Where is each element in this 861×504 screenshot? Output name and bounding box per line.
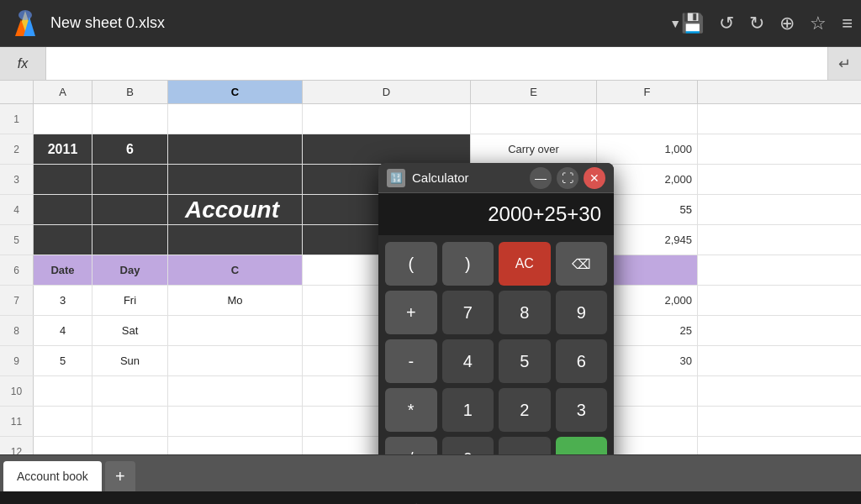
star-icon[interactable]: ☆ — [810, 13, 827, 34]
calc-key-backspace[interactable]: ⌫ — [556, 242, 608, 286]
cell-c4-account-title[interactable]: Account — [168, 195, 303, 224]
calculator-icon: 🔢 — [387, 169, 405, 187]
cell-c6[interactable]: C — [168, 255, 303, 285]
calc-key-decimal[interactable]: . — [499, 437, 551, 454]
col-header-a[interactable]: A — [34, 81, 92, 103]
cell-b7[interactable]: Fri — [92, 286, 168, 315]
home-icon[interactable]: △ — [48, 501, 62, 504]
cell-b5[interactable] — [92, 225, 168, 255]
col-header-c[interactable]: C — [168, 81, 303, 103]
calc-key-8[interactable]: 8 — [499, 291, 551, 334]
cell-b12[interactable] — [92, 437, 168, 454]
nav-back-home-recents: ◁ △ ▭ ⊞ — [17, 501, 129, 504]
col-header-b[interactable]: B — [92, 81, 168, 103]
cell-a9[interactable]: 5 — [34, 346, 92, 375]
cell-b10[interactable] — [92, 376, 168, 406]
calc-key-5[interactable]: 5 — [499, 339, 551, 383]
cell-d1[interactable] — [303, 104, 471, 134]
calculator-close-button[interactable]: ✕ — [584, 167, 605, 189]
calc-key-multiply[interactable]: * — [385, 388, 437, 432]
calc-key-plus[interactable]: + — [385, 291, 437, 334]
calculator-title: Calculator — [412, 171, 530, 185]
col-header-d[interactable]: D — [303, 81, 471, 103]
formula-enter-button[interactable]: ↵ — [827, 47, 861, 80]
cell-b6[interactable]: Day — [92, 255, 168, 285]
cell-a8[interactable]: 4 — [34, 316, 92, 345]
row-header-10: 10 — [0, 376, 34, 406]
cell-b1[interactable] — [92, 104, 168, 134]
back-icon[interactable]: ◁ — [17, 501, 31, 504]
cell-c10[interactable] — [168, 376, 303, 406]
calc-key-close-paren[interactable]: ) — [442, 242, 494, 286]
formula-input[interactable] — [46, 47, 827, 80]
top-bar-actions: 💾 ↺ ↻ ⊕ ☆ ≡ — [681, 13, 853, 34]
cell-a2[interactable]: 2011 — [34, 134, 92, 164]
calc-key-clear[interactable]: AC — [499, 242, 551, 286]
cell-e1[interactable] — [471, 104, 597, 134]
cell-c1[interactable] — [168, 104, 303, 134]
calc-key-7[interactable]: 7 — [442, 291, 494, 334]
cell-b4[interactable] — [92, 195, 168, 224]
app-title: New sheet 0.xlsx — [50, 14, 737, 32]
cell-b11[interactable] — [92, 407, 168, 436]
add-icon[interactable]: ⊕ — [779, 13, 795, 34]
formula-bar: fx ↵ — [0, 47, 861, 81]
cell-b9[interactable]: Sun — [92, 346, 168, 375]
cell-c8[interactable] — [168, 316, 303, 345]
cell-a11[interactable] — [34, 407, 92, 436]
add-tab-button[interactable]: + — [105, 461, 135, 491]
calc-key-0[interactable]: 0 — [442, 437, 494, 454]
calculator-maximize-button[interactable]: ⛶ — [557, 167, 578, 189]
calculator-dialog: 🔢 Calculator — ⛶ ✕ 2000+25+30 ( ) AC ⌫ +… — [378, 163, 614, 454]
cell-b2[interactable]: 6 — [92, 134, 168, 164]
cell-c3[interactable] — [168, 165, 303, 194]
dropdown-indicator[interactable]: ▼ — [669, 17, 681, 30]
row-header-8: 8 — [0, 316, 34, 345]
cell-a6[interactable]: Date — [34, 255, 92, 285]
tab-account-book[interactable]: Account book — [3, 461, 102, 491]
cell-a7[interactable]: 3 — [34, 286, 92, 315]
calc-key-6[interactable]: 6 — [556, 339, 608, 383]
col-header-e[interactable]: E — [471, 81, 597, 103]
calc-key-9[interactable]: 9 — [556, 291, 608, 334]
nav-home-indicator[interactable]: ⌃ — [409, 501, 424, 504]
cell-c7[interactable]: Mo — [168, 286, 303, 315]
undo-icon[interactable]: ↺ — [719, 13, 734, 34]
col-header-f[interactable]: F — [597, 81, 698, 103]
calc-key-3[interactable]: 3 — [556, 388, 608, 432]
cell-b8[interactable]: Sat — [92, 316, 168, 345]
save-icon[interactable]: 💾 — [681, 13, 704, 34]
calculator-minimize-button[interactable]: — — [530, 167, 552, 189]
calc-key-divide[interactable]: / — [385, 437, 437, 454]
cell-b3[interactable] — [92, 165, 168, 194]
calc-key-1[interactable]: 1 — [442, 388, 494, 432]
grid-apps-icon[interactable]: ⊞ — [114, 501, 129, 504]
cell-a1[interactable] — [34, 104, 92, 134]
cell-a4[interactable] — [34, 195, 92, 224]
calc-key-minus[interactable]: - — [385, 339, 437, 383]
cell-f2[interactable]: 1,000 — [597, 134, 698, 164]
cell-c2[interactable] — [168, 134, 303, 164]
cell-a12[interactable] — [34, 437, 92, 454]
menu-icon[interactable]: ≡ — [842, 13, 853, 34]
calc-key-equals[interactable]: = — [556, 437, 608, 454]
calc-key-4[interactable]: 4 — [442, 339, 494, 383]
cell-a10[interactable] — [34, 376, 92, 406]
cell-c5[interactable] — [168, 225, 303, 255]
tab-account-book-label: Account book — [17, 470, 88, 483]
calc-key-open-paren[interactable]: ( — [385, 242, 437, 286]
tab-bar: Account book + — [0, 454, 861, 491]
cell-f1[interactable] — [597, 104, 698, 134]
cell-c11[interactable] — [168, 407, 303, 436]
cell-e2[interactable]: Carry over — [471, 134, 597, 164]
cell-a3[interactable] — [34, 165, 92, 194]
calculator-display: 2000+25+30 — [378, 193, 614, 235]
recents-icon[interactable]: ▭ — [79, 501, 97, 504]
cell-c9[interactable] — [168, 346, 303, 375]
redo-icon[interactable]: ↻ — [749, 13, 764, 34]
cell-c12[interactable] — [168, 437, 303, 454]
calc-key-2[interactable]: 2 — [499, 388, 551, 432]
row-header-11: 11 — [0, 407, 34, 436]
cell-a5[interactable] — [34, 225, 92, 255]
cell-d2[interactable] — [303, 134, 471, 164]
